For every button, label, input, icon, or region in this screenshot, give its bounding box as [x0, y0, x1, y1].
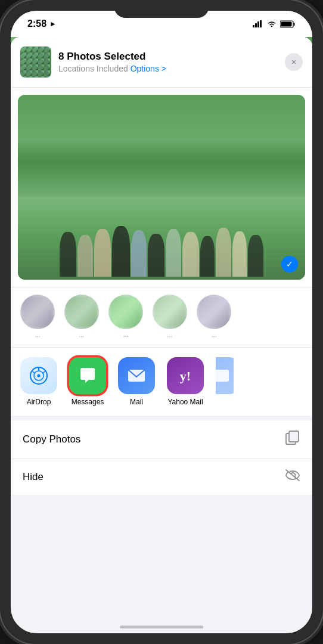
svg-rect-1: [255, 23, 257, 27]
airdrop-symbol: [28, 365, 49, 386]
person-6: [148, 234, 164, 277]
svg-point-4: [271, 26, 272, 27]
svg-line-12: [32, 371, 35, 373]
wifi-icon: [267, 20, 277, 27]
screen-content: 8 Photos Selected Locations Included Opt…: [11, 37, 312, 633]
airdrop-icon-item[interactable]: AirDrop: [20, 357, 57, 406]
contact-name-5: ···: [211, 333, 216, 340]
person-3: [94, 229, 111, 277]
contact-3[interactable]: ···: [108, 295, 143, 340]
avatar-circle-3: [108, 295, 143, 329]
person-4: [112, 226, 130, 277]
main-photo: ✓: [18, 95, 305, 280]
camera-notch: [114, 0, 209, 18]
person-8: [182, 232, 199, 277]
selection-checkmark: ✓: [281, 256, 298, 273]
person-11: [232, 231, 247, 277]
mail-icon: [118, 357, 155, 394]
share-header: 8 Photos Selected Locations Included Opt…: [11, 37, 312, 88]
copy-icon: [285, 430, 300, 445]
avatar-circle-4: [153, 295, 187, 329]
more-icon-item[interactable]: [216, 357, 234, 394]
yahoo-mail-label: Yahoo Mail: [167, 398, 203, 406]
person-9: [200, 236, 215, 277]
person-7: [166, 229, 181, 277]
messages-label: Messages: [72, 398, 104, 406]
person-5: [131, 230, 147, 277]
close-button[interactable]: ×: [285, 53, 303, 71]
contact-1[interactable]: ···: [20, 295, 55, 340]
home-indicator: [120, 626, 203, 628]
avatar-circle-1: [20, 295, 55, 329]
airdrop-label: AirDrop: [27, 398, 51, 406]
time-display: 2:58: [27, 18, 46, 29]
thumbnail-image: [20, 47, 51, 78]
phone-frame: 2:58 ►: [0, 0, 323, 644]
contact-name-4: ···: [167, 333, 172, 340]
status-time: 2:58 ►: [27, 18, 57, 29]
photos-selected-title: 8 Photos Selected: [58, 51, 278, 63]
phone-screen: 2:58 ►: [11, 11, 312, 633]
yahoo-mail-icon: y!: [167, 357, 204, 394]
svg-rect-7: [281, 21, 292, 26]
contact-2[interactable]: ···: [64, 295, 99, 340]
header-text: 8 Photos Selected Locations Included Opt…: [58, 51, 278, 73]
locations-subtitle: Locations Included Options >: [58, 64, 278, 73]
mail-label: Mail: [130, 398, 143, 406]
copy-photos-action[interactable]: Copy Photos: [11, 420, 312, 459]
svg-rect-16: [216, 370, 229, 382]
actions-list: Copy Photos Hide: [11, 420, 312, 495]
signal-icon: [253, 20, 263, 27]
battery-icon: [280, 20, 296, 28]
contact-strip: ··· ··· ···: [11, 287, 312, 347]
avatar-circle-5: [197, 295, 231, 329]
contact-name-1: ···: [35, 333, 40, 340]
svg-rect-3: [260, 20, 262, 27]
more-symbol: [216, 365, 231, 386]
airdrop-icon: [20, 357, 57, 394]
hide-action[interactable]: Hide: [11, 459, 312, 495]
person-10: [216, 228, 231, 277]
people-group: [18, 178, 305, 280]
copy-photos-label: Copy Photos: [23, 434, 80, 445]
eye-slash-icon: [285, 469, 300, 482]
status-icons: [253, 20, 296, 28]
header-thumbnail: [20, 47, 51, 78]
photo-preview: ✓: [11, 88, 312, 287]
share-sheet: 8 Photos Selected Locations Included Opt…: [11, 37, 312, 633]
hide-icon: [285, 469, 300, 485]
yahoo-mail-icon-item[interactable]: y! Yahoo Mail: [167, 357, 204, 406]
contact-name-2: ···: [79, 333, 84, 340]
hide-label: Hide: [23, 471, 44, 483]
options-link[interactable]: Options >: [131, 64, 166, 73]
avatar-circle-2: [64, 295, 99, 329]
svg-rect-0: [253, 25, 254, 27]
more-icon: [216, 357, 234, 394]
copy-photos-icon: [285, 430, 300, 449]
person-2: [77, 235, 93, 277]
person-12: [248, 235, 263, 277]
svg-rect-18: [289, 431, 299, 442]
mail-icon-item[interactable]: Mail: [118, 357, 155, 406]
svg-text:y!: y!: [180, 369, 191, 383]
person-1: [60, 232, 76, 277]
contact-name-3: ···: [123, 333, 128, 340]
contact-4[interactable]: ···: [153, 295, 187, 340]
app-icons-row: AirDrop Messages: [11, 347, 312, 416]
yahoo-symbol: y!: [175, 365, 196, 386]
messages-icon-item[interactable]: Messages: [69, 357, 106, 406]
location-icon: ►: [49, 20, 57, 28]
svg-rect-2: [257, 21, 259, 27]
svg-rect-6: [294, 23, 295, 26]
messages-symbol: [77, 365, 98, 386]
contact-5[interactable]: ···: [197, 295, 231, 340]
mail-symbol: [126, 365, 147, 386]
svg-line-13: [43, 371, 45, 373]
svg-point-11: [38, 374, 41, 377]
messages-icon: [69, 357, 106, 394]
